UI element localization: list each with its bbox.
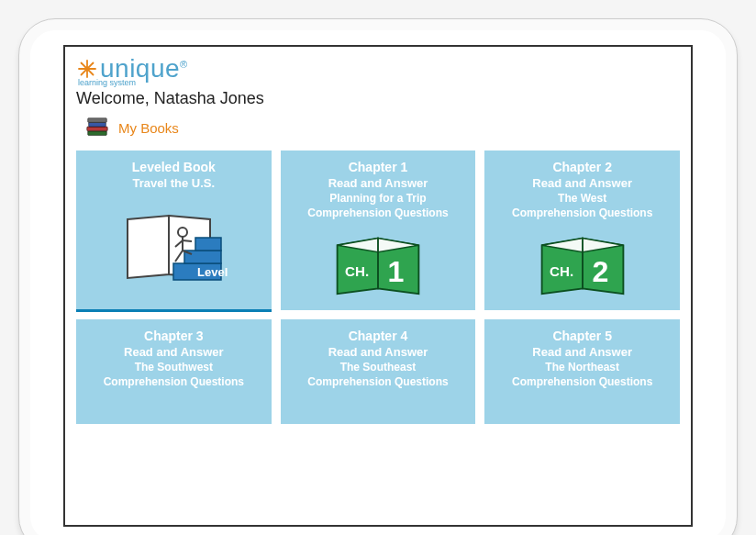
tile-topic: The West <box>558 192 606 205</box>
tile-chapter-2[interactable]: Chapter 2 Read and Answer The West Compr… <box>484 150 680 310</box>
tile-topic: Planning for a Trip <box>329 192 426 205</box>
tile-subtitle: Read and Answer <box>532 345 632 359</box>
books-stack-icon <box>83 114 111 141</box>
brand-logo: unique® <box>76 54 188 84</box>
tile-caption: Comprehension Questions <box>104 375 244 388</box>
tablet-frame: unique® learning system Welcome, Natasha… <box>18 18 738 535</box>
section-header: My Books <box>83 114 680 141</box>
ch-prefix: CH. <box>345 263 369 279</box>
ch-prefix: CH. <box>550 263 573 279</box>
svg-point-4 <box>86 68 89 71</box>
tile-chapter-4[interactable]: Chapter 4 Read and Answer The Southeast … <box>281 319 476 424</box>
svg-line-18 <box>183 240 192 241</box>
tile-leveled-book[interactable]: Leveled Book Travel the U.S. <box>76 150 272 310</box>
book-icon: CH. 1 <box>328 227 428 301</box>
ch-number: 1 <box>387 254 404 287</box>
svg-rect-12 <box>195 238 221 251</box>
svg-rect-6 <box>87 127 108 131</box>
svg-rect-7 <box>89 122 106 127</box>
tile-subtitle: Read and Answer <box>124 345 224 359</box>
tile-caption: Comprehension Questions <box>512 206 652 219</box>
tile-title: Leveled Book <box>132 160 216 174</box>
tile-topic: The Southeast <box>340 361 417 373</box>
section-title: My Books <box>118 120 179 136</box>
header: unique® learning system Welcome, Natasha… <box>76 54 680 108</box>
books-grid: Leveled Book Travel the U.S. <box>76 150 680 424</box>
app-screen: unique® learning system Welcome, Natasha… <box>63 45 693 527</box>
brand-name: unique® <box>100 54 188 84</box>
tile-topic: The Southwest <box>135 361 213 373</box>
tile-chapter-1[interactable]: Chapter 1 Read and Answer Planning for a… <box>281 150 476 310</box>
svg-rect-11 <box>184 251 221 263</box>
leveled-book-icon: Level <box>114 197 233 301</box>
tile-title: Chapter 3 <box>144 329 204 343</box>
tile-title: Chapter 1 <box>349 160 408 174</box>
tile-subtitle: Read and Answer <box>532 176 632 190</box>
tile-subtitle: Read and Answer <box>328 345 428 359</box>
svg-rect-8 <box>88 118 107 123</box>
ch-number: 2 <box>592 254 608 287</box>
tile-subtitle: Read and Answer <box>328 176 428 190</box>
tile-caption: Comprehension Questions <box>512 375 652 388</box>
svg-rect-5 <box>88 131 107 136</box>
tile-chapter-3[interactable]: Chapter 3 Read and Answer The Southwest … <box>76 319 272 424</box>
snowflake-icon <box>76 58 98 80</box>
book-icon: CH. 2 <box>532 227 633 301</box>
tile-title: Chapter 4 <box>349 329 408 343</box>
tile-topic: The Northeast <box>545 361 619 373</box>
welcome-text: Welcome, Natasha Jones <box>76 89 264 108</box>
tile-caption: Comprehension Questions <box>307 375 448 388</box>
tile-subtitle: Travel the U.S. <box>133 176 216 190</box>
tile-title: Chapter 5 <box>552 329 612 343</box>
tile-caption: Comprehension Questions <box>307 206 448 219</box>
level-label: Level <box>197 265 228 279</box>
tile-title: Chapter 2 <box>552 160 612 174</box>
tile-chapter-5[interactable]: Chapter 5 Read and Answer The Northeast … <box>484 319 680 424</box>
